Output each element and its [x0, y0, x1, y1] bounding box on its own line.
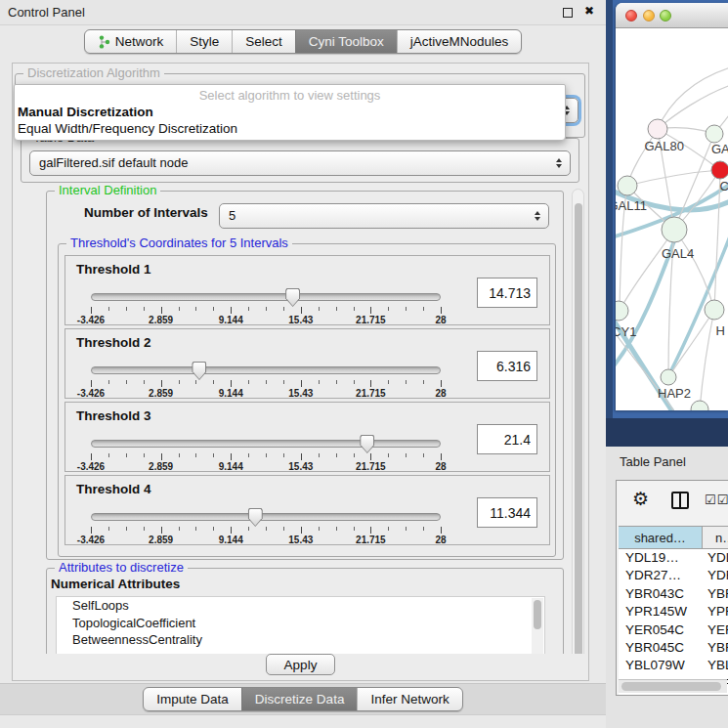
tick-mark — [423, 307, 424, 311]
tab-select[interactable]: Select — [232, 30, 295, 53]
number-of-intervals-label: Number of Intervals — [84, 205, 208, 220]
tick-mark — [213, 380, 214, 384]
threshold-value-input[interactable] — [477, 351, 537, 381]
table-panel: Table Panel ⚙ ☑☑ shared…n… YDL19…YDL1YDR… — [606, 447, 728, 728]
node-table: shared…n… YDL19…YDL1YDR27…YDR2YBR043CYBR… — [619, 526, 728, 696]
network-node-gal4[interactable] — [662, 217, 687, 242]
threshold-slider[interactable]: -3.4262.8599.14415.4321.71528 — [91, 440, 441, 469]
table-row[interactable]: YBR045CYBR0 — [619, 639, 728, 657]
tick-mark — [248, 527, 249, 531]
table-row[interactable]: YPR145WYPR1 — [619, 603, 728, 621]
float-window-icon[interactable] — [563, 8, 573, 18]
threshold-slider[interactable]: -3.4262.8599.14415.4321.71528 — [91, 366, 441, 396]
window-frame-band — [606, 418, 728, 447]
tab-network[interactable]: Network — [85, 30, 177, 53]
table-row[interactable]: YDR27…YDR2 — [619, 567, 728, 584]
threshold-slider[interactable]: -3.4262.8599.14415.4321.71528 — [91, 513, 441, 542]
tick-mark — [108, 307, 109, 311]
control-panel-window: Control Panel ✖ NetworkStyleSelectCyni T… — [0, 0, 606, 728]
slider-ticks: -3.4262.8599.14415.4321.71528 — [91, 305, 441, 322]
tab-discretize-data[interactable]: Discretize Data — [241, 688, 358, 710]
apply-button[interactable]: Apply — [266, 654, 336, 675]
tick-mark — [231, 380, 232, 387]
network-node-gcy1[interactable] — [616, 301, 628, 321]
table-cell: YBR0 — [703, 639, 728, 657]
table-row[interactable]: YER054CYER0 — [619, 621, 728, 639]
close-icon[interactable]: ✖ — [584, 4, 594, 18]
slider-track[interactable] — [91, 513, 441, 521]
tick-mark — [406, 527, 407, 531]
tick-mark — [388, 527, 389, 531]
close-traffic-light-icon[interactable] — [625, 10, 637, 21]
threshold-value-input[interactable] — [477, 424, 537, 454]
table-hscrollbar[interactable] — [619, 679, 727, 693]
network-node-hap2[interactable] — [661, 369, 676, 385]
tick-mark — [441, 453, 442, 460]
scrollbar-thumb[interactable] — [575, 203, 582, 659]
tab-infer-network[interactable]: Infer Network — [357, 688, 461, 710]
tick-mark — [301, 307, 302, 314]
top-tab-bar: NetworkStyleSelectCyni ToolboxjActiveMNo… — [0, 29, 606, 54]
slider-track[interactable] — [91, 366, 441, 374]
list-item-topologicalcoefficient[interactable]: TopologicalCoefficient — [57, 615, 544, 632]
node-label: GAL4 — [662, 246, 694, 261]
table-header-row: shared…n… — [619, 526, 728, 549]
tick-label: -3.426 — [77, 535, 105, 545]
table-panel-box: ⚙ ☑☑ shared…n… YDL19…YDL1YDR27…YDR2YBR04… — [616, 480, 728, 696]
slider-track[interactable] — [91, 293, 441, 301]
tab-cyni-toolbox[interactable]: Cyni Toolbox — [295, 30, 397, 53]
minimize-traffic-light-icon[interactable] — [643, 10, 655, 21]
group-title: Interval Definition — [55, 183, 160, 197]
tick-mark — [144, 453, 145, 457]
node-label: GA — [711, 142, 728, 156]
algorithm-option-manual-discretization[interactable]: Manual Discretization — [15, 105, 565, 121]
tick-mark — [108, 380, 109, 384]
table-data-combo[interactable]: galFiltered.sif default node — [29, 150, 571, 176]
table-header-cell[interactable]: n… — [703, 527, 728, 548]
tick-mark — [354, 453, 355, 457]
threshold-value-input[interactable] — [477, 497, 537, 528]
tab-jactivemnodules[interactable]: jActiveMNodules — [397, 30, 522, 53]
algorithm-option-equal-width-frequency-discretization[interactable]: Equal Width/Frequency Discretization — [15, 121, 565, 138]
table-row[interactable]: YBR043CYBR0 — [619, 585, 728, 603]
network-node-h[interactable] — [705, 300, 724, 320]
list-item-betweennesscentrality[interactable]: BetweennessCentrality — [57, 631, 544, 649]
zoom-traffic-light-icon[interactable] — [660, 10, 671, 21]
gear-icon[interactable]: ⚙ — [632, 489, 649, 510]
table-cell: YBR045C — [619, 639, 703, 657]
column-select-icons[interactable]: ☑☑ — [705, 492, 728, 507]
tick-mark — [144, 307, 145, 311]
network-canvas[interactable]: GAL80GACGAL11GAL4GCY1HHAP2 — [616, 28, 728, 410]
number-of-intervals-row: Number of Intervals 5 — [47, 205, 563, 220]
threshold-value-input[interactable] — [477, 278, 537, 308]
tick-mark — [388, 307, 389, 311]
network-node-gal11[interactable] — [618, 176, 637, 195]
tick-label: 21.715 — [356, 388, 386, 399]
table-row[interactable]: YBL079WYBL0 — [619, 657, 728, 674]
table-cell: YDL1 — [703, 549, 728, 567]
table-row[interactable]: YDL19…YDL1 — [619, 549, 728, 567]
table-cell: YDL19… — [619, 549, 703, 567]
network-node-c[interactable] — [711, 161, 728, 179]
network-node[interactable] — [691, 401, 708, 410]
tick-mark — [91, 380, 92, 387]
slider-track[interactable] — [91, 440, 441, 448]
network-node-gal80[interactable] — [648, 119, 667, 139]
network-window-titlebar[interactable] — [616, 3, 728, 28]
table-header-cell[interactable]: shared… — [619, 527, 703, 548]
number-of-intervals-combo[interactable]: 5 — [219, 203, 549, 229]
table-row[interactable]: YIL052CYIL0 — [619, 693, 728, 696]
tick-mark — [283, 307, 284, 311]
list-item-selfloops[interactable]: SelfLoops — [57, 597, 544, 615]
threshold-slider[interactable]: -3.4262.8599.14415.4321.71528 — [91, 293, 441, 322]
split-table-icon[interactable] — [671, 492, 689, 509]
scrollbar-thumb[interactable] — [534, 600, 541, 629]
tab-style[interactable]: Style — [176, 30, 232, 53]
tab-label: jActiveMNodules — [410, 34, 509, 49]
network-node-ga[interactable] — [706, 125, 723, 143]
panel-scrollbar[interactable] — [572, 189, 584, 677]
tick-label: -3.426 — [77, 315, 105, 325]
scrollbar-thumb[interactable] — [621, 682, 721, 691]
tab-impute-data[interactable]: Impute Data — [144, 688, 241, 710]
tick-mark — [354, 527, 355, 531]
